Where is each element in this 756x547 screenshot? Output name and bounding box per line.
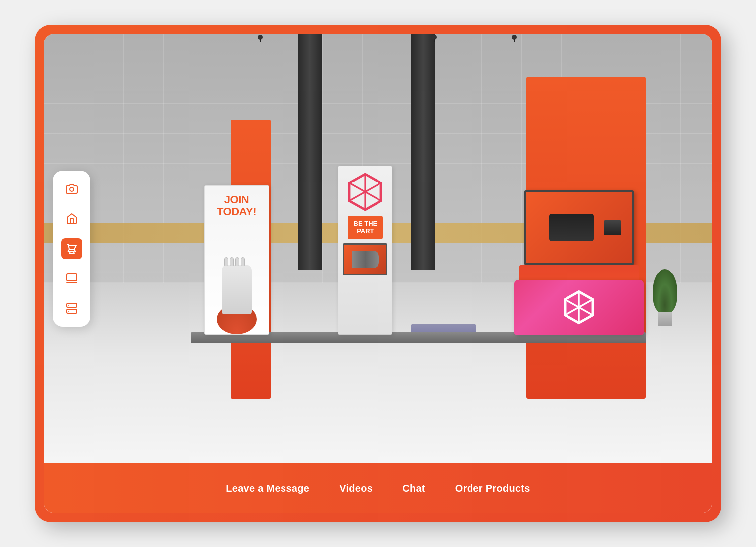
- sidebar: [53, 171, 90, 327]
- sidebar-server-icon[interactable]: [61, 298, 82, 319]
- robot-illustration: [212, 255, 262, 334]
- main-product-screen: [524, 190, 634, 265]
- right-panel: [519, 190, 639, 335]
- inner-frame: JOIN TODAY!: [44, 34, 712, 513]
- chat-button[interactable]: Chat: [402, 483, 425, 494]
- sidebar-laptop-icon[interactable]: [61, 268, 82, 289]
- be-the-part-button[interactable]: BE THE PART: [348, 216, 383, 239]
- center-display: BE THE PART: [338, 166, 392, 335]
- beam-right: [411, 34, 435, 270]
- drill-image: [352, 251, 379, 268]
- finger-1: [224, 257, 228, 266]
- camera-lens: [604, 220, 621, 235]
- join-banner: JOIN TODAY!: [204, 185, 269, 335]
- action-bar: Leave a Message Videos Chat Order Produc…: [44, 463, 712, 513]
- sidebar-home-icon[interactable]: [61, 208, 82, 229]
- leave-message-button[interactable]: Leave a Message: [226, 483, 309, 494]
- sidebar-camera-icon[interactable]: [61, 179, 82, 199]
- hex-logo-desk: [562, 290, 596, 325]
- order-products-button[interactable]: Order Products: [455, 483, 530, 494]
- outer-frame: JOIN TODAY!: [35, 25, 721, 522]
- svg-rect-9: [67, 274, 77, 281]
- small-product-screen: [343, 243, 387, 275]
- robot-hand: [222, 265, 252, 314]
- join-text: JOIN TODAY!: [217, 194, 256, 218]
- camera-body: [549, 214, 594, 241]
- plant-foliage: [653, 269, 677, 314]
- sidebar-store-icon[interactable]: [61, 238, 82, 259]
- hex-logo-top: [345, 172, 385, 212]
- light-spot-2: [432, 35, 437, 40]
- svg-point-8: [70, 187, 74, 191]
- light-spot-3: [512, 35, 517, 40]
- small-screen-content: [344, 245, 386, 274]
- beam-left: [298, 34, 322, 270]
- plant: [652, 267, 679, 326]
- finger-4: [241, 257, 245, 266]
- finger-3: [235, 257, 239, 266]
- main-screen-content: [526, 192, 632, 263]
- camera-image: [549, 210, 609, 245]
- scene-area: JOIN TODAY!: [44, 34, 712, 463]
- videos-button[interactable]: Videos: [339, 483, 373, 494]
- robot-fingers: [224, 257, 245, 266]
- reception-desk: [514, 280, 644, 335]
- plant-pot: [658, 312, 672, 326]
- finger-2: [230, 257, 234, 266]
